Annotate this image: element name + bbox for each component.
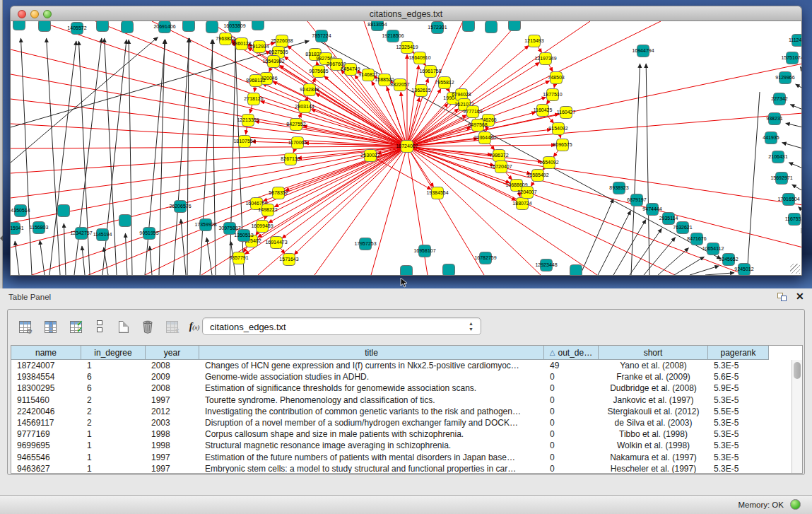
column-header-year[interactable]: year [146,346,199,360]
graph-edge[interactable] [800,66,802,71]
column-header-in_degree[interactable]: in_degree [81,346,146,360]
graph-edge[interactable] [11,37,158,163]
graph-edge[interactable] [104,247,108,275]
float-panel-icon[interactable] [777,293,787,302]
graph-edge[interactable] [11,124,407,146]
graph-node[interactable] [119,215,131,227]
graph-edge[interactable] [64,223,66,275]
row-height-icon[interactable] [91,318,108,335]
graph-edge[interactable] [407,146,675,275]
new-column-icon[interactable] [115,318,132,335]
column-header-out_de[interactable]: △out_de… [544,346,599,360]
graph-edge[interactable] [11,146,407,148]
table-row[interactable]: 977716911998Corpus callosum shape and si… [11,428,792,440]
column-header-name[interactable]: name [11,346,81,360]
graph-edge[interactable] [273,81,407,146]
graph-edge[interactable] [796,84,802,88]
table-row[interactable]: 1872400712008Changes of HCN gene express… [11,360,792,371]
table-row[interactable]: 2242004622012Investigating the contribut… [11,406,792,417]
table-row[interactable]: 1938455462009Genome-wide association stu… [11,371,792,382]
graph-node[interactable] [509,21,521,31]
graph-edge[interactable] [747,92,760,275]
delete-column-icon[interactable] [139,318,156,335]
graph-edge[interactable] [230,39,236,275]
graph-edge[interactable] [125,233,127,275]
graph-node[interactable] [206,21,218,33]
table-row[interactable]: 911546021997Tourette syndrome. Phenomeno… [11,395,792,406]
table-row[interactable]: 1830029562008Estimation of significance … [11,382,792,394]
graph-node[interactable] [58,205,70,217]
graph-edge[interactable] [407,145,555,146]
graph-node[interactable] [97,21,109,32]
graph-edge[interactable] [613,220,646,275]
graph-edge[interactable] [690,266,719,275]
graph-edge[interactable] [705,273,734,275]
graph-edge[interactable] [129,40,132,275]
graph-edge[interactable] [801,228,802,232]
graph-edge[interactable] [11,146,407,223]
graph-node[interactable] [252,21,264,30]
graph-edge[interactable] [674,257,704,275]
graph-node-label: 1654092 [539,160,558,165]
graph-edge[interactable] [407,21,519,146]
table-row[interactable]: 1456911722003Disruption of a novel membe… [11,417,792,428]
column-header-pagerank[interactable]: pagerank [708,346,769,360]
graph-edge[interactable] [145,40,165,275]
table-chooser-dropdown[interactable]: citations_edges.txt ▲▼ [202,317,481,335]
select-columns-icon[interactable]: ✓✓ [67,318,84,335]
graph-edge[interactable] [789,163,802,168]
graph-edge[interactable] [782,143,802,148]
graph-edge[interactable] [314,146,407,275]
graph-edge[interactable] [82,246,85,275]
graph-node[interactable] [122,21,134,33]
graph-edge[interactable] [262,83,407,146]
graph-edge[interactable] [580,199,613,275]
vertical-scrollbar[interactable] [792,360,802,473]
collapse-arrow-icon[interactable] [0,235,3,241]
graph-edge[interactable] [658,248,689,275]
graph-edge[interactable] [598,211,630,275]
resize-grip[interactable] [790,264,800,274]
show-column-icon[interactable] [42,318,59,335]
column-header-title[interactable]: title [199,346,544,360]
network-canvas[interactable]: 1872400779638228860128891293425226038832… [10,21,802,276]
table-row[interactable]: 946362711997Embryonic stem cells: a mode… [11,463,792,473]
graph-edge[interactable] [294,146,407,255]
graph-edge[interactable] [644,238,676,275]
graph-edge[interactable] [631,64,640,275]
graph-edge[interactable] [799,207,802,211]
table-settings-icon[interactable]: ⚙ [16,318,33,335]
graph-node[interactable] [39,21,51,32]
graph-edge[interactable] [20,38,32,275]
column-header-short[interactable]: short [599,346,708,360]
graph-edge[interactable] [200,40,213,275]
graph-edge[interactable] [212,40,216,275]
table-row[interactable]: 969969511998Structural magnetic resonanc… [11,440,792,451]
graph-edge[interactable] [40,240,45,275]
table-row[interactable]: 946554611997Estimation of the future num… [11,452,792,463]
close-panel-icon[interactable]: ✕ [796,291,804,302]
graph-edge[interactable] [792,185,802,191]
delete-table-icon[interactable]: x [163,318,180,335]
graph-node[interactable] [183,21,195,32]
graph-edge[interactable] [181,219,186,275]
graph-node[interactable] [13,21,25,30]
scrollbar-thumb[interactable] [794,362,801,379]
graph-edge[interactable] [646,64,649,275]
window-titlebar[interactable]: citations_edges.txt [10,6,802,21]
graph-edge[interactable] [159,40,165,275]
graph-edge[interactable] [786,123,802,127]
graph-node-label: 8454749 [341,66,360,71]
graph-edge[interactable] [407,146,802,247]
function-builder-icon[interactable]: f(x) [186,318,203,335]
graph-node[interactable] [486,21,498,33]
graph-node[interactable] [570,265,582,276]
graph-node[interactable] [463,21,475,32]
graph-edge[interactable] [630,228,661,275]
graph-edge[interactable] [790,105,802,110]
graph-node[interactable] [443,264,455,276]
graph-node[interactable] [401,266,413,276]
graph-edge[interactable] [32,146,407,275]
graph-edge[interactable] [407,113,802,146]
graph-edge[interactable] [150,246,152,275]
